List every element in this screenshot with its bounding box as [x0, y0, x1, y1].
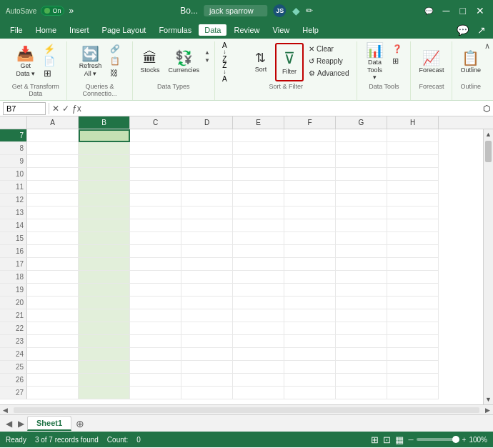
grid-cell[interactable] — [336, 297, 387, 309]
grid-cell[interactable] — [181, 245, 233, 258]
scroll-thumb[interactable] — [485, 141, 492, 162]
refresh-all-button[interactable]: 🔄 RefreshAll ▾ — [76, 43, 106, 81]
row-number[interactable]: 12 — [0, 194, 27, 206]
grid-cell[interactable] — [284, 284, 336, 297]
menu-page-layout[interactable]: Page Layout — [96, 24, 152, 36]
sort-button[interactable]: ⇅ Sort — [248, 43, 274, 81]
reapply-button[interactable]: ↺ Reapply — [305, 55, 352, 66]
forecast-button[interactable]: 📈 Forecast — [415, 43, 447, 81]
grid-cell[interactable] — [387, 322, 439, 335]
zoom-slider[interactable] — [417, 438, 459, 441]
grid-cell[interactable] — [233, 142, 284, 155]
formula-expand-icon[interactable]: ⬡ — [483, 104, 490, 114]
cancel-formula-icon[interactable]: ✕ — [52, 104, 59, 114]
grid-cell[interactable] — [284, 129, 336, 142]
grid-cell[interactable] — [284, 168, 336, 181]
grid-cell[interactable] — [130, 245, 181, 258]
grid-cell[interactable] — [130, 271, 181, 284]
close-button[interactable]: ✕ — [473, 6, 487, 16]
grid-cell[interactable] — [336, 335, 387, 348]
scroll-track[interactable] — [484, 139, 493, 394]
grid-cell[interactable] — [336, 142, 387, 155]
grid-cell[interactable] — [79, 284, 130, 297]
grid-cell[interactable] — [233, 271, 284, 284]
grid-cell[interactable] — [27, 181, 79, 194]
zoom-in-button[interactable]: + — [462, 436, 467, 444]
grid-cell[interactable] — [233, 258, 284, 271]
grid-cell[interactable] — [79, 322, 130, 335]
grid-cell[interactable] — [336, 129, 387, 142]
grid-cell[interactable] — [181, 155, 233, 168]
comments-toolbar-icon[interactable]: 💬 — [454, 24, 472, 36]
menu-formulas[interactable]: Formulas — [153, 24, 197, 36]
scroll-down-button[interactable]: ▼ — [484, 394, 493, 404]
row-number[interactable]: 19 — [0, 284, 27, 297]
grid-cell[interactable] — [79, 309, 130, 322]
grid-cell[interactable] — [130, 335, 181, 348]
grid-cell[interactable] — [336, 181, 387, 194]
grid-cell[interactable] — [130, 361, 181, 374]
comments-icon[interactable]: 💬 — [424, 7, 433, 15]
grid-cell[interactable] — [27, 219, 79, 232]
grid-cell[interactable] — [130, 309, 181, 322]
formula-input[interactable] — [84, 102, 477, 115]
row-number[interactable]: 25 — [0, 361, 27, 374]
col-header-g[interactable]: G — [336, 116, 387, 129]
col-header-e[interactable]: E — [233, 116, 284, 129]
h-scroll-right-button[interactable]: ▶ — [482, 407, 493, 414]
grid-cell[interactable] — [233, 284, 284, 297]
menu-home[interactable]: Home — [30, 24, 62, 36]
grid-cell[interactable] — [181, 194, 233, 206]
grid-cell[interactable] — [181, 219, 233, 232]
flash-fill-button[interactable]: ⚡ — [40, 43, 59, 54]
grid-cell[interactable] — [79, 348, 130, 361]
row-number[interactable]: 17 — [0, 258, 27, 271]
grid-cell[interactable] — [233, 348, 284, 361]
grid-cell[interactable] — [27, 129, 79, 142]
grid-cell[interactable] — [284, 232, 336, 245]
grid-cell[interactable] — [79, 387, 130, 399]
grid-cell[interactable] — [336, 206, 387, 219]
grid-cell[interactable] — [387, 374, 439, 387]
grid-cell[interactable] — [387, 194, 439, 206]
grid-cell[interactable] — [79, 361, 130, 374]
grid-cell[interactable] — [387, 219, 439, 232]
row-number[interactable]: 16 — [0, 245, 27, 258]
row-number[interactable]: 23 — [0, 335, 27, 348]
grid-cell[interactable] — [336, 219, 387, 232]
currencies-button[interactable]: 💱 Currencies — [165, 43, 204, 81]
grid-cell[interactable] — [284, 271, 336, 284]
add-sheet-button[interactable]: ⊕ — [71, 418, 89, 429]
row-number[interactable]: 14 — [0, 219, 27, 232]
grid-cell[interactable] — [181, 258, 233, 271]
advanced-button[interactable]: ⚙ Advanced — [305, 67, 352, 79]
grid-cell[interactable] — [27, 284, 79, 297]
stocks-button[interactable]: 🏛 Stocks — [137, 43, 164, 81]
grid-cell[interactable] — [336, 387, 387, 399]
grid-cell[interactable] — [79, 232, 130, 245]
grid-cell[interactable] — [284, 361, 336, 374]
grid-cell[interactable] — [27, 206, 79, 219]
grid-cell[interactable] — [233, 297, 284, 309]
connections-button[interactable]: 🔗 — [106, 43, 124, 54]
grid-cell[interactable] — [233, 309, 284, 322]
grid-cell[interactable] — [387, 181, 439, 194]
grid-cell[interactable] — [387, 168, 439, 181]
grid-cell[interactable] — [181, 232, 233, 245]
grid-cell[interactable] — [27, 348, 79, 361]
menu-insert[interactable]: Insert — [64, 24, 95, 36]
grid-cell[interactable] — [233, 245, 284, 258]
grid-cell[interactable] — [79, 206, 130, 219]
grid-cell[interactable] — [284, 322, 336, 335]
grid-cell[interactable] — [27, 297, 79, 309]
grid-cell[interactable] — [130, 206, 181, 219]
grid-cell[interactable] — [181, 387, 233, 399]
page-break-icon[interactable]: ▦ — [395, 434, 404, 445]
grid-cell[interactable] — [336, 232, 387, 245]
grid-cell[interactable] — [181, 284, 233, 297]
grid-cell[interactable] — [336, 309, 387, 322]
page-layout-icon[interactable]: ⊡ — [383, 434, 391, 445]
grid-cell[interactable] — [79, 245, 130, 258]
col-header-h[interactable]: H — [387, 116, 439, 129]
grid-cell[interactable] — [130, 181, 181, 194]
